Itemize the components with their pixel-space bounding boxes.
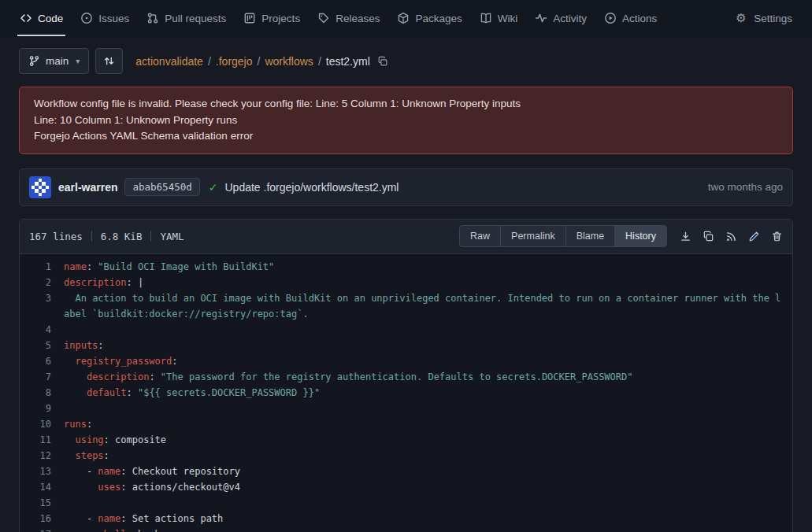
file-view-buttons: RawPermalinkBlameHistory xyxy=(459,225,667,247)
code-text: uses: actions/checkout@v4 xyxy=(64,479,792,495)
nav-item-code[interactable]: Code xyxy=(11,0,72,36)
nav-item-pull-requests[interactable]: Pull requests xyxy=(138,0,235,36)
history-button[interactable]: History xyxy=(614,225,667,247)
nav-item-wiki[interactable]: Wiki xyxy=(471,0,527,36)
code-line: 15 xyxy=(20,495,792,511)
file-stats: 167 lines 6.8 KiB YAML xyxy=(29,231,184,242)
breadcrumb-path: actionvalidate/.forgejo/workflows/test2.… xyxy=(135,55,369,68)
code-text: description: "The password for the regis… xyxy=(64,369,792,385)
commit-status-check-icon[interactable]: ✓ xyxy=(209,181,218,194)
nav-item-label: Releases xyxy=(336,13,380,24)
breadcrumb-row: main ▾ actionvalidate/.forgejo/workflows… xyxy=(19,48,793,74)
divider xyxy=(150,231,151,242)
line-number[interactable]: 9 xyxy=(20,401,64,416)
code-line: 1name: "Build OCI Image with BuildKit" xyxy=(20,259,792,275)
line-number[interactable]: 6 xyxy=(20,353,64,369)
code-text xyxy=(64,401,792,416)
line-number[interactable]: 14 xyxy=(20,479,64,495)
branch-name: main xyxy=(46,55,69,67)
code-line: 13 - name: Checkout repository xyxy=(20,464,792,479)
nav-item-issues[interactable]: Issues xyxy=(72,0,138,36)
breadcrumb-separator: / xyxy=(318,55,321,68)
code-text: default: "${{ secrets.DOCKER_PASSWORD }}… xyxy=(64,385,792,401)
file-action-icons xyxy=(680,231,783,242)
download-icon[interactable] xyxy=(680,231,691,242)
breadcrumb-segment[interactable]: .forgejo xyxy=(216,55,253,68)
line-number[interactable]: 5 xyxy=(20,338,64,353)
nav-item-label: Pull requests xyxy=(165,13,226,24)
raw-button[interactable]: Raw xyxy=(459,225,501,247)
line-number[interactable]: 10 xyxy=(20,416,64,432)
file-language: YAML xyxy=(160,231,184,242)
branch-selector[interactable]: main ▾ xyxy=(19,48,89,74)
code-line: 6 registry_password: xyxy=(20,353,792,369)
nav-item-actions[interactable]: Actions xyxy=(595,0,666,36)
avatar[interactable] xyxy=(29,176,51,198)
nav-item-projects[interactable]: Projects xyxy=(235,0,309,36)
code-text: name: "Build OCI Image with BuildKit" xyxy=(64,259,792,275)
code-text: inputs: xyxy=(64,338,792,353)
delete-trash-icon[interactable] xyxy=(771,231,783,242)
content: main ▾ actionvalidate/.forgejo/workflows… xyxy=(0,37,812,532)
nav-item-label: Activity xyxy=(553,13,587,24)
issues-icon xyxy=(80,12,93,24)
nav-item-label: Projects xyxy=(261,13,300,24)
line-number[interactable]: 3 xyxy=(20,290,64,322)
navbar-items: CodeIssuesPull requestsProjectsReleasesP… xyxy=(11,0,666,36)
code-line: 10runs: xyxy=(20,416,792,432)
commit-message[interactable]: Update .forgejo/workflows/test2.yml xyxy=(224,181,399,194)
compare-button[interactable] xyxy=(95,48,123,74)
code-text: runs: xyxy=(64,416,792,432)
line-number[interactable]: 15 xyxy=(20,495,64,511)
code-text: steps: xyxy=(64,448,792,464)
nav-item-label: Packages xyxy=(415,13,462,24)
pull-request-icon xyxy=(146,12,159,24)
breadcrumb: actionvalidate/.forgejo/workflows/test2.… xyxy=(135,55,387,68)
code-line: 9 xyxy=(20,401,792,416)
nav-item-label: Actions xyxy=(622,13,657,24)
code-line: 5inputs: xyxy=(20,338,792,353)
chevron-down-icon: ▾ xyxy=(76,57,80,65)
nav-item-activity[interactable]: Activity xyxy=(526,0,595,36)
code-line: 7 description: "The password for the reg… xyxy=(20,369,792,385)
line-number[interactable]: 16 xyxy=(20,511,64,526)
permalink-button[interactable]: Permalink xyxy=(500,225,566,247)
code-text: - name: Checkout repository xyxy=(64,464,792,479)
line-number[interactable]: 2 xyxy=(20,275,64,290)
rss-feed-icon[interactable] xyxy=(725,231,737,242)
code-line: 8 default: "${{ secrets.DOCKER_PASSWORD … xyxy=(20,385,792,401)
line-number[interactable]: 13 xyxy=(20,464,64,479)
top-navbar: CodeIssuesPull requestsProjectsReleasesP… xyxy=(0,0,812,37)
nav-item-releases[interactable]: Releases xyxy=(309,0,388,36)
line-number[interactable]: 8 xyxy=(20,385,64,401)
code-line: 16 - name: Set actions path xyxy=(20,511,792,526)
line-number[interactable]: 11 xyxy=(20,432,64,448)
page: CodeIssuesPull requestsProjectsReleasesP… xyxy=(0,0,812,532)
commit-author[interactable]: earl-warren xyxy=(58,181,117,194)
line-number[interactable]: 12 xyxy=(20,448,64,464)
line-number[interactable]: 4 xyxy=(20,322,64,338)
commit-hash-badge[interactable]: abab65450d xyxy=(124,178,199,196)
code-line: 2description: | xyxy=(20,275,792,290)
commit-time: two months ago xyxy=(708,181,783,193)
nav-item-packages[interactable]: Packages xyxy=(388,0,470,36)
blame-button[interactable]: Blame xyxy=(565,225,615,247)
copy-path-icon[interactable] xyxy=(377,56,388,67)
line-number[interactable]: 17 xyxy=(20,526,64,532)
nav-item-settings[interactable]: ⚙ Settings xyxy=(727,0,801,36)
line-number[interactable]: 1 xyxy=(20,259,64,275)
projects-icon xyxy=(243,12,256,24)
file-lines-count: 167 lines xyxy=(29,231,83,242)
breadcrumb-segment[interactable]: workflows xyxy=(265,55,313,68)
packages-icon xyxy=(397,12,410,24)
code-view: 1name: "Build OCI Image with BuildKit"2d… xyxy=(20,254,792,532)
error-banner: Workflow config file is invalid. Please … xyxy=(19,87,793,154)
breadcrumb-separator: / xyxy=(258,55,261,68)
copy-file-icon[interactable] xyxy=(703,231,714,242)
nav-item-label: Issues xyxy=(98,13,129,24)
edit-pencil-icon[interactable] xyxy=(748,231,760,242)
commit-box: earl-warren abab65450d ✓ Update .forgejo… xyxy=(19,168,793,206)
line-number[interactable]: 7 xyxy=(20,369,64,385)
code-text: - name: Set actions path xyxy=(64,511,792,526)
breadcrumb-segment[interactable]: actionvalidate xyxy=(135,55,203,68)
